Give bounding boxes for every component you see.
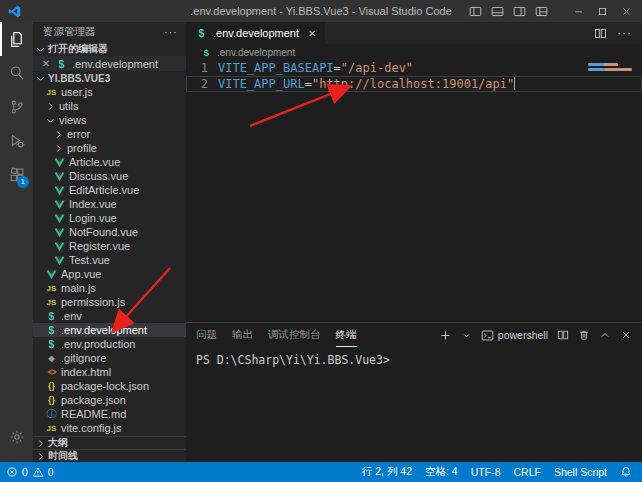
code-line-2[interactable]: 2VITE_APP_URL="http://localhost:19001/ap… [186,76,642,92]
activity-explorer-button[interactable] [0,22,33,56]
timeline-section-header[interactable]: 时间线 [33,449,186,462]
panel-tab-输出[interactable]: 输出 [232,323,253,347]
window-title: .env.development - Yi.BBS.Vue3 - Visual … [190,5,452,17]
open-editor-item[interactable]: ✕ $ .env.development [33,56,186,71]
outline-section-header[interactable]: 大纲 [33,436,186,449]
activity-extensions-button[interactable]: 1 [0,158,33,192]
vue-file-icon [53,199,66,210]
html-file-icon: <> [45,367,58,377]
indentation-status[interactable]: 空格: 4 [425,465,458,479]
tree-file-.env.production[interactable]: $.env.production [33,337,186,351]
project-section-header[interactable]: YI.BBS.VUE3 [33,71,186,85]
minimap[interactable] [588,63,632,73]
activity-search-button[interactable] [0,56,33,90]
tree-file-App.vue[interactable]: App.vue [33,267,186,281]
tree-file-Register.vue[interactable]: Register.vue [33,239,186,253]
activity-run-debug-button[interactable] [0,124,33,158]
shell-label: powershell [498,329,548,341]
tree-file-README.md[interactable]: ⓘREADME.md [33,407,186,421]
shell-file-icon: $ [200,47,213,58]
cursor-position-status[interactable]: 行 2, 列 42 [362,465,412,479]
activity-source-control-button[interactable] [0,90,33,124]
tree-file-.gitignore[interactable]: ◆.gitignore [33,351,186,365]
editor-more-actions-icon[interactable]: ··· [617,26,632,40]
breadcrumb-file: .env.development [217,47,295,58]
editor-tab[interactable]: $ .env.development ✕ [186,22,325,44]
panel-actions: powershell [439,329,632,342]
tree-file-EditArticle.vue[interactable]: EditArticle.vue [33,183,186,197]
tree-file-Discuss.vue[interactable]: Discuss.vue [33,169,186,183]
panel-tab-终端[interactable]: 终端 [336,323,357,347]
js-file-icon: JS [45,88,58,97]
chevron-down-icon [35,73,46,84]
bottom-panel: 问题输出调试控制台终端 powershell [186,322,642,462]
tree-folder-views[interactable]: views [33,113,186,127]
open-editors-label: 打开的编辑器 [48,42,108,56]
tree-item-label: Index.vue [69,198,117,210]
language-mode-status[interactable]: Shell Script [554,466,607,478]
maximize-panel-icon[interactable] [599,329,611,341]
tree-folder-profile[interactable]: profile [33,141,186,155]
tree-file-package.json[interactable]: {}package.json [33,393,186,407]
code-line-1[interactable]: 1VITE_APP_BASEAPI="/api-dev" [186,60,642,76]
titlebar-actions [469,5,642,18]
vscode-logo-icon [8,5,21,18]
tree-file-Index.vue[interactable]: Index.vue [33,197,186,211]
close-editor-icon[interactable]: ✕ [41,58,51,69]
eol-status[interactable]: CRLF [513,466,540,478]
tree-file-Test.vue[interactable]: Test.vue [33,253,186,267]
chevron-down-icon [45,115,56,126]
tree-item-label: user.js [61,86,93,98]
tree-file-vite.config.js[interactable]: JSvite.config.js [33,421,186,435]
notifications-bell-icon[interactable] [620,466,632,478]
split-terminal-icon[interactable] [557,329,569,341]
tree-item-label: package-lock.json [61,380,149,392]
minimize-button[interactable] [573,6,584,17]
tree-file-.env.development[interactable]: $.env.development [33,323,186,337]
tree-file-.env[interactable]: $.env [33,309,186,323]
more-actions-icon[interactable]: ··· [164,26,178,38]
tree-file-package-lock.json[interactable]: {}package-lock.json [33,379,186,393]
title-bar: .env.development - Yi.BBS.Vue3 - Visual … [0,0,642,22]
timeline-label: 时间线 [48,449,78,462]
open-editors-header[interactable]: 打开的编辑器 [33,42,186,56]
panel-tab-问题[interactable]: 问题 [196,323,217,347]
settings-gear-button[interactable] [0,420,33,454]
tree-file-permission.js[interactable]: JSpermission.js [33,295,186,309]
close-button[interactable] [621,6,632,17]
problems-status[interactable]: 0 0 [6,466,54,478]
tree-file-Article.vue[interactable]: Article.vue [33,155,186,169]
chevron-right-icon [35,438,46,449]
tree-file-NotFound.vue[interactable]: NotFound.vue [33,225,186,239]
close-panel-icon[interactable] [620,329,632,341]
panel-tab-调试控制台[interactable]: 调试控制台 [268,323,321,347]
vue-file-icon [53,227,66,238]
kill-terminal-trash-icon[interactable] [578,329,590,341]
code-editor[interactable]: 1VITE_APP_BASEAPI="/api-dev"2VITE_APP_UR… [186,60,642,322]
tree-item-label: vite.config.js [61,422,122,434]
shell-selector[interactable]: powershell [481,329,548,342]
terminal-content[interactable]: PS D:\CSharp\Yi\Yi.BBS.Vue3> [186,347,642,462]
toggle-secondary-sidebar-icon[interactable] [513,5,526,18]
tree-file-Login.vue[interactable]: Login.vue [33,211,186,225]
warning-icon [32,466,44,478]
tree-file-index.html[interactable]: <>index.html [33,365,186,379]
tree-file-user.js[interactable]: JSuser.js [33,85,186,99]
gear-icon [9,429,25,445]
toggle-panel-icon[interactable] [491,5,504,18]
customize-layout-icon[interactable] [535,5,548,18]
new-terminal-icon[interactable] [439,329,452,342]
toggle-sidebar-icon[interactable] [469,5,482,18]
tree-file-main.js[interactable]: JSmain.js [33,281,186,295]
tab-close-icon[interactable]: ✕ [308,28,316,39]
tree-item-label: package.json [61,394,126,406]
minimap-line-1 [588,63,618,66]
breadcrumb[interactable]: $ .env.development [186,44,642,60]
vue-file-icon [53,157,66,168]
tree-folder-error[interactable]: error [33,127,186,141]
split-editor-icon[interactable] [594,27,607,40]
tree-folder-utils[interactable]: utils [33,99,186,113]
encoding-status[interactable]: UTF-8 [471,466,501,478]
terminal-dropdown-icon[interactable] [461,330,472,341]
maximize-button[interactable] [597,6,608,17]
